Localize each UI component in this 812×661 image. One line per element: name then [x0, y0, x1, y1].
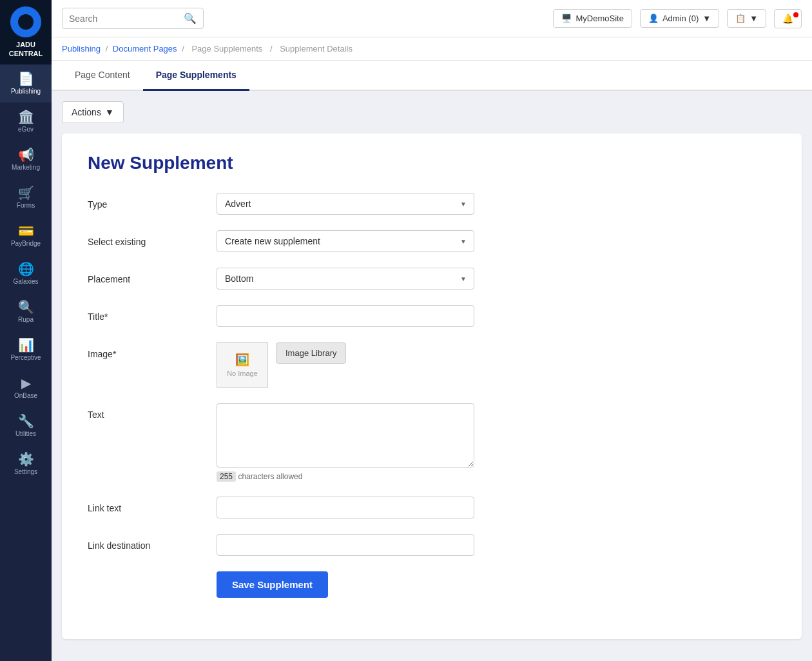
no-image-text: No Image — [227, 370, 258, 377]
text-control: 255 characters allowed — [217, 403, 474, 481]
clipboard-button[interactable]: 📋 ▼ — [727, 9, 766, 28]
site-label: MyDemoSite — [575, 14, 623, 23]
breadcrumb-page-supplements: Page Supplements — [191, 44, 262, 54]
sidebar-item-utilities[interactable]: 🔧 Utilities — [0, 407, 52, 445]
perceptive-icon: 📊 — [18, 339, 34, 351]
search-input[interactable] — [69, 14, 179, 24]
tab-page-supplements[interactable]: Page Supplements — [143, 61, 249, 91]
breadcrumb-sep-1: / — [106, 44, 110, 54]
chevron-down-icon: ▼ — [702, 14, 711, 23]
settings-icon: ⚙️ — [18, 453, 34, 466]
sidebar-item-perceptive[interactable]: 📊 Perceptive — [0, 331, 52, 369]
field-row-image: Image* 🖼️ No Image Image Library — [88, 342, 776, 388]
form-title: New Supplement — [88, 153, 776, 173]
image-placeholder-icon: 🖼️ — [235, 353, 249, 367]
field-row-link-text: Link text — [88, 497, 776, 518]
sidebar-label-publishing: Publishing — [11, 88, 41, 95]
onbase-icon: ▶ — [21, 377, 31, 390]
char-count-label: characters allowed — [238, 472, 302, 481]
link-text-control — [217, 497, 474, 518]
sidebar: JADUCENTRAL 📄 Publishing 🏛️ eGov 📢 Marke… — [0, 0, 52, 661]
sidebar-label-egov: eGov — [18, 126, 34, 133]
image-label: Image* — [88, 342, 217, 359]
image-control: 🖼️ No Image Image Library — [217, 342, 474, 388]
clipboard-chevron-icon: ▼ — [749, 14, 758, 23]
breadcrumb-sep-3: / — [270, 44, 275, 54]
select-existing-control: Create new supplement — [217, 230, 474, 252]
tab-page-content[interactable]: Page Content — [62, 61, 143, 91]
sidebar-item-egov[interactable]: 🏛️ eGov — [0, 103, 52, 141]
breadcrumb-sep-2: / — [182, 44, 186, 54]
select-existing-select[interactable]: Create new supplement — [217, 230, 474, 252]
forms-icon: 🛒 — [18, 186, 34, 199]
type-control: Advert Banner Widget — [217, 193, 474, 215]
sidebar-item-marketing[interactable]: 📢 Marketing — [0, 141, 52, 179]
sidebar-label-marketing: Marketing — [12, 164, 40, 171]
image-area: 🖼️ No Image Image Library — [217, 342, 474, 388]
placement-label: Placement — [88, 268, 217, 284]
link-destination-control — [217, 534, 474, 556]
logo-icon — [10, 6, 41, 37]
char-count-number: 255 — [217, 471, 236, 482]
sidebar-label-utilities: Utilities — [15, 430, 36, 437]
char-count: 255 characters allowed — [217, 472, 474, 481]
sidebar-item-rupa[interactable]: 🔍 Rupa — [0, 293, 52, 331]
rupa-icon: 🔍 — [18, 301, 34, 313]
type-label: Type — [88, 193, 217, 210]
form-actions-row: Save Supplement — [88, 571, 776, 598]
sidebar-label-onbase: OnBase — [14, 392, 37, 399]
actions-label: Actions — [72, 107, 101, 117]
content-area: Actions ▼ New Supplement Type Advert Ban… — [52, 91, 812, 661]
text-label: Text — [88, 403, 217, 420]
link-destination-label: Link destination — [88, 534, 217, 551]
sidebar-label-settings: Settings — [14, 468, 37, 475]
image-library-button[interactable]: Image Library — [276, 342, 346, 364]
topbar: 🔍 🖥️ MyDemoSite 👤 Admin (0) ▼ 📋 ▼ 🔔 — [52, 0, 812, 37]
sidebar-item-paybridge[interactable]: 💳 PayBridge — [0, 217, 52, 255]
link-text-input[interactable] — [217, 497, 474, 518]
notifications-button[interactable]: 🔔 — [774, 9, 802, 28]
sidebar-item-forms[interactable]: 🛒 Forms — [0, 179, 52, 217]
breadcrumb-document-pages[interactable]: Document Pages — [113, 44, 177, 54]
admin-button[interactable]: 👤 Admin (0) ▼ — [640, 9, 719, 28]
sidebar-item-settings[interactable]: ⚙️ Settings — [0, 445, 52, 483]
title-input[interactable] — [217, 305, 474, 327]
sidebar-item-publishing[interactable]: 📄 Publishing — [0, 64, 52, 103]
sidebar-item-galaxies[interactable]: 🌐 Galaxies — [0, 255, 52, 293]
field-row-text: Text 255 characters allowed — [88, 403, 776, 481]
sidebar-label-galaxies: Galaxies — [14, 278, 39, 285]
type-select[interactable]: Advert Banner Widget — [217, 193, 474, 215]
marketing-icon: 📢 — [18, 148, 34, 161]
field-row-placement: Placement Bottom Top Left Right — [88, 268, 776, 290]
breadcrumb-publishing[interactable]: Publishing — [62, 44, 101, 54]
search-box[interactable]: 🔍 — [62, 8, 204, 29]
publishing-icon: 📄 — [18, 72, 34, 85]
sidebar-label-rupa: Rupa — [18, 316, 34, 323]
clipboard-icon: 📋 — [735, 14, 746, 23]
admin-icon: 👤 — [648, 14, 659, 23]
utilities-icon: 🔧 — [18, 415, 34, 428]
search-icon: 🔍 — [184, 12, 197, 25]
app-name: JADUCENTRAL — [9, 41, 43, 57]
link-destination-input[interactable] — [217, 534, 474, 556]
no-image-box: 🖼️ No Image — [217, 342, 268, 388]
sidebar-label-forms: Forms — [17, 202, 35, 209]
bell-icon: 🔔 — [782, 14, 793, 24]
actions-dropdown-button[interactable]: Actions ▼ — [62, 101, 124, 123]
field-row-type: Type Advert Banner Widget — [88, 193, 776, 215]
sidebar-label-paybridge: PayBridge — [11, 240, 41, 247]
actions-chevron-icon: ▼ — [105, 107, 114, 117]
breadcrumb: Publishing / Document Pages / Page Suppl… — [52, 37, 812, 61]
site-button[interactable]: 🖥️ MyDemoSite — [553, 9, 632, 28]
paybridge-icon: 💳 — [18, 224, 34, 237]
title-control — [217, 305, 474, 327]
select-existing-label: Select existing — [88, 230, 217, 247]
placement-select[interactable]: Bottom Top Left Right — [217, 268, 474, 290]
text-textarea[interactable] — [217, 403, 474, 468]
save-supplement-button[interactable]: Save Supplement — [217, 571, 328, 598]
title-label: Title* — [88, 305, 217, 322]
sidebar-item-onbase[interactable]: ▶ OnBase — [0, 369, 52, 407]
type-select-wrapper: Advert Banner Widget — [217, 193, 474, 215]
placement-control: Bottom Top Left Right — [217, 268, 474, 290]
sidebar-label-perceptive: Perceptive — [10, 354, 41, 361]
